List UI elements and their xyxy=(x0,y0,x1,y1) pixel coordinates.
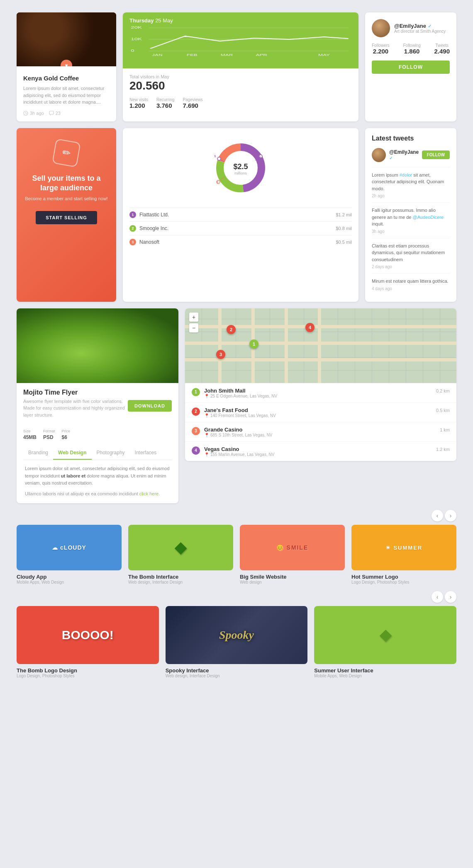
map-road-v4 xyxy=(318,308,321,383)
map-pin-4[interactable]: 4 xyxy=(305,323,315,332)
mojito-section: Mojito Time Flyer Awesome flyer template… xyxy=(17,308,178,504)
carousel-next-1[interactable]: › xyxy=(445,510,456,521)
map-pin-3[interactable]: 3 xyxy=(216,350,225,359)
svg-text:1: 1 xyxy=(214,154,216,158)
spooky-thumb: Spooky xyxy=(166,606,308,664)
tab-content: Lorem ipsum dolor sit amet, consectetur … xyxy=(23,465,172,497)
portfolio-item-spooky[interactable]: Spooky Spooky Interface Web design, Inte… xyxy=(166,606,308,678)
legend-dot-2: 2 xyxy=(129,225,136,232)
svg-text:JAN: JAN xyxy=(152,53,162,57)
svg-text:MAY: MAY xyxy=(318,53,330,57)
profile-header: @EmilyJane ✓ Art director at Smith Agenc… xyxy=(372,19,450,37)
svg-text:MAR: MAR xyxy=(221,53,233,57)
location-list: 1 John Smith Mall 📍 25 E Odgen Avenue, L… xyxy=(185,383,456,461)
mojito-title: Mojito Time Flyer xyxy=(23,389,128,396)
tweet-hashtag: #dolor xyxy=(400,172,412,177)
mojito-specs: Size 45MB Format PSD Price $6 xyxy=(23,429,172,441)
bomb-thumb: ◆ xyxy=(128,525,233,570)
mojito-price: Price $6 xyxy=(62,429,71,441)
coffee-comments: 23 xyxy=(49,111,61,116)
mojito-meta: Mojito Time Flyer Awesome flyer template… xyxy=(23,389,172,424)
tweet-item-1: Lorem ipsum #dolor sit amet, consectetur… xyxy=(372,167,450,203)
boooo-thumb: BOOOO! xyxy=(17,606,159,664)
coffee-card: ♥ Kenya Gold Coffee Lorem ipsum dolor si… xyxy=(17,12,116,121)
carousel-prev-2[interactable]: ‹ xyxy=(432,591,443,603)
svg-point-17 xyxy=(217,157,221,160)
stat-recurring: Recurring 3.760 xyxy=(156,97,174,109)
portfolio-item-bomb[interactable]: ◆ The Bomb Interface Web design, Interfa… xyxy=(128,525,233,584)
portfolio-item-boooo[interactable]: BOOOO! The Bomb Logo Design Logo Design,… xyxy=(17,606,159,678)
legend-item-1: 1 Flattastic Ltd. $1.2 mil xyxy=(129,208,352,221)
carousel-prev-1[interactable]: ‹ xyxy=(432,510,443,521)
coffee-description: Lorem ipsum dolor sit amet, consectetur … xyxy=(23,85,110,106)
tweet-profile-header: @EmilyJane ✓ FOLLOW xyxy=(372,148,450,162)
map-zoom-out-button[interactable]: − xyxy=(189,323,198,332)
portfolio-item-cloudy[interactable]: ☁ cLOUDY Cloudy App Mobile Apps, Web Des… xyxy=(17,525,122,584)
svg-rect-1 xyxy=(49,111,54,114)
tweet-username: @EmilyJane ✓ xyxy=(389,149,422,161)
carousel-nav-2: ‹ › xyxy=(17,591,456,603)
legend-dot-1: 1 xyxy=(129,211,136,218)
tweet-mention: @AudeoDicere xyxy=(412,215,444,220)
mojito-desc: Awesome flyer template with five color v… xyxy=(23,398,128,419)
map-road-v1 xyxy=(218,308,222,383)
portfolio-grid-1: ☁ cLOUDY Cloudy App Mobile Apps, Web Des… xyxy=(17,525,456,584)
svg-text:1: 1 xyxy=(259,155,261,158)
start-selling-button[interactable]: START SELLING xyxy=(36,211,97,224)
profile-card: @EmilyJane ✓ Art director at Smith Agenc… xyxy=(365,12,456,121)
tab-branding[interactable]: Branding xyxy=(23,446,53,460)
coffee-image: ♥ xyxy=(17,12,116,66)
svg-text:3: 3 xyxy=(217,180,219,184)
location-item-4: 4 Vegas Casino 📍 155 Marlin Avenue, Las … xyxy=(185,441,456,461)
download-button[interactable]: DOWNLOAD xyxy=(128,400,172,412)
tweet-verified-icon: ✓ xyxy=(389,156,393,160)
map-pin-1[interactable]: 1 xyxy=(249,339,258,349)
avatar xyxy=(372,19,390,37)
portfolio-section-2: ‹ › BOOOO! The Bomb Logo Design Logo Des… xyxy=(17,591,456,678)
cloudy-thumb: ☁ cLOUDY xyxy=(17,525,122,570)
svg-text:0: 0 xyxy=(131,48,134,53)
donut-unit: millions xyxy=(233,171,248,175)
summer-thumb: ☀ SUMMER xyxy=(351,525,456,570)
sell-title: Sell your items to a large audience xyxy=(25,174,108,193)
tab-photography[interactable]: Photography xyxy=(92,446,130,460)
summer-ui-thumb: ◆ xyxy=(314,606,456,664)
carousel-nav-1: ‹ › xyxy=(17,510,456,521)
map-pin-2[interactable]: 2 xyxy=(227,325,236,334)
sell-subtitle: Become a member and start selling now! xyxy=(25,196,107,201)
portfolio-item-smile[interactable]: 😊 SMILE Big Smile Website Web design xyxy=(240,525,345,584)
profile-role: Art director at Smith Agency xyxy=(394,29,446,34)
location-item-2: 2 Jane's Fast Food 📍 140 Fremont Street,… xyxy=(185,402,456,422)
portfolio-item-summer-ui[interactable]: ◆ Summer User Interface Mobile Apps, Web… xyxy=(314,606,456,678)
tab-interfaces[interactable]: Interfaces xyxy=(130,446,162,460)
stat-new-visits: New visits 1.200 xyxy=(129,97,148,109)
tab-link[interactable]: click here. xyxy=(139,491,160,496)
loc-num-4: 4 xyxy=(192,446,200,455)
loc-num-2: 2 xyxy=(192,407,200,416)
visitors-value: 20.560 xyxy=(129,79,352,92)
following-stat: Following 1.860 xyxy=(403,43,421,55)
location-item-1: 1 John Smith Mall 📍 25 E Odgen Avenue, L… xyxy=(185,383,456,402)
tweet-item-4: Mirum est notare quam littera gothica. 4… xyxy=(372,273,450,295)
tweet-item-3: Claritas est etiam processus dynamicus, … xyxy=(372,238,450,274)
portfolio-section-1: ‹ › ☁ cLOUDY Cloudy App Mobile Apps, Web… xyxy=(17,510,456,584)
tab-webdesign[interactable]: Web Design xyxy=(53,446,91,460)
donut-legend: 1 Flattastic Ltd. $1.2 mil 2 Smoogle Inc… xyxy=(129,208,352,249)
map-zoom-in-button[interactable]: + xyxy=(189,313,198,322)
chart-date: Thursday 25 May xyxy=(129,17,352,24)
chart-card: Thursday 25 May 20K 10K 0 JAN FEB xyxy=(123,12,358,121)
location-pin-icon: 📍 xyxy=(204,394,209,398)
svg-text:20K: 20K xyxy=(131,25,142,29)
tweet-item-2: Falli igitur possumus. Immo alio genere … xyxy=(372,202,450,238)
profile-stats: Followers 2.200 Following 1.860 Tweets 2… xyxy=(372,43,450,55)
clock-icon xyxy=(23,111,28,116)
legend-dot-3: 3 xyxy=(129,239,136,245)
carousel-next-2[interactable]: › xyxy=(445,591,456,603)
tweet-follow-button[interactable]: FOLLOW xyxy=(422,150,450,159)
portfolio-item-summer[interactable]: ☀ SUMMER Hot Summer Logo Logo Design, Ph… xyxy=(351,525,456,584)
follow-button[interactable]: FOLLOW xyxy=(372,61,450,74)
profile-username: @EmilyJane ✓ xyxy=(394,23,446,29)
svg-text:APR: APR xyxy=(256,53,267,57)
tweets-title: Latest tweets xyxy=(372,135,450,142)
loc-num-1: 1 xyxy=(192,388,200,396)
